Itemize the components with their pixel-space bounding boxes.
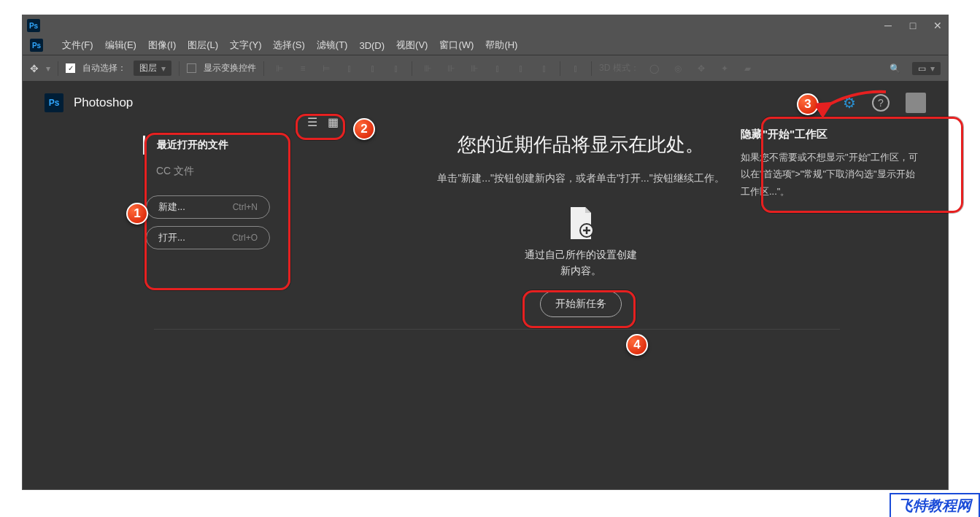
align-icon: ≡ xyxy=(295,61,311,77)
menubar: Ps 文件(F) 编辑(E) 图像(I) 图层(L) 文字(Y) 选择(S) 滤… xyxy=(23,36,948,55)
app-window: Ps ─ □ ✕ Ps 文件(F) 编辑(E) 图像(I) 图层(L) 文字(Y… xyxy=(22,15,949,490)
gear-icon[interactable]: ⚙ xyxy=(843,94,856,112)
show-transform-checkbox[interactable] xyxy=(187,63,196,73)
distribute-icon: ⊪ xyxy=(420,61,436,77)
info-text: 如果您不需要或不想显示"开始"工作区，可以在"首选项">"常规"下取消勾选"显示… xyxy=(741,149,922,200)
workspace-dropdown[interactable]: ▭▾ xyxy=(912,62,941,75)
sidebar: 最近打开的文件 CC 文件 新建...Ctrl+N 打开...Ctrl+O xyxy=(143,136,282,257)
auto-select-label: 自动选择： xyxy=(82,62,126,74)
distribute-icon: ⫿ xyxy=(490,61,506,77)
home-screen: Ps Photoshop ⚙ ? 最近打开的文件 CC 文件 新建...Ctrl… xyxy=(23,81,948,489)
align-icon: ⊨ xyxy=(318,61,334,77)
sidebar-cc-files[interactable]: CC 文件 xyxy=(143,162,282,181)
grid-view-icon[interactable]: ▦ xyxy=(323,114,342,130)
ps-logo-icon: Ps xyxy=(27,19,40,32)
3d-pan-icon: ✥ xyxy=(693,61,709,77)
new-document-icon xyxy=(568,207,594,239)
divider xyxy=(560,61,560,76)
view-toggle: ☰ ▦ xyxy=(303,114,342,130)
auto-select-checkbox[interactable]: ✓ xyxy=(66,63,75,73)
align-icon: ⫿ xyxy=(342,61,358,77)
show-transform-label: 显示变换控件 xyxy=(204,62,256,74)
help-icon[interactable]: ? xyxy=(872,94,890,112)
menu-help[interactable]: 帮助(H) xyxy=(485,39,517,52)
open-button[interactable]: 打开...Ctrl+O xyxy=(146,226,270,249)
menu-type[interactable]: 文字(Y) xyxy=(230,39,261,52)
3d-mode-label: 3D 模式： xyxy=(599,62,639,74)
distribute-icon: ⊪ xyxy=(443,61,459,77)
search-icon[interactable]: 🔍 xyxy=(890,63,900,74)
divider xyxy=(412,61,412,76)
desc-line1: 通过自己所作的设置创建 xyxy=(315,246,847,263)
auto-select-dropdown[interactable]: 图层▾ xyxy=(134,61,171,76)
menu-edit[interactable]: 编辑(E) xyxy=(105,39,136,52)
divider xyxy=(591,61,592,76)
distribute-icon: ⫿ xyxy=(513,61,529,77)
menu-file[interactable]: 文件(F) xyxy=(62,39,93,52)
app-name: Photoshop xyxy=(74,96,133,110)
divider-line xyxy=(154,329,840,330)
menu-view[interactable]: 视图(V) xyxy=(396,39,428,52)
avatar[interactable] xyxy=(906,93,926,113)
minimize-button[interactable]: ─ xyxy=(882,20,894,31)
info-panel: 隐藏"开始"工作区 如果您不需要或不想显示"开始"工作区，可以在"首选项">"常… xyxy=(729,117,933,210)
align-icon: ⊫ xyxy=(271,61,288,77)
divider xyxy=(263,61,264,76)
start-new-button[interactable]: 开始新任务 xyxy=(540,291,622,317)
distribute-icon: ⊪ xyxy=(466,61,482,77)
distribute-icon: ⫿ xyxy=(568,61,584,77)
menu-image[interactable]: 图像(I) xyxy=(148,39,176,52)
menu-select[interactable]: 选择(S) xyxy=(273,39,304,52)
titlebar: Ps ─ □ ✕ xyxy=(23,15,948,36)
align-icon: ⫿ xyxy=(365,61,381,77)
3d-orbit-icon: ◯ xyxy=(647,61,663,77)
move-tool-icon[interactable]: ✥ xyxy=(30,63,39,74)
3d-roll-icon: ◎ xyxy=(670,61,686,77)
options-bar: ✥ ▾ ✓ 自动选择： 图层▾ 显示变换控件 ⊫ ≡ ⊨ ⫿ ⫿ ⫿ ⊪ ⊪ ⊪… xyxy=(23,55,948,81)
menu-3d[interactable]: 3D(D) xyxy=(359,40,385,51)
new-button[interactable]: 新建...Ctrl+N xyxy=(146,195,270,219)
menu-filter[interactable]: 滤镜(T) xyxy=(317,39,348,52)
align-icon: ⫿ xyxy=(388,61,404,77)
ps-logo-small-icon: Ps xyxy=(30,39,43,52)
watermark: 飞特教程网 xyxy=(890,493,980,517)
menu-layer[interactable]: 图层(L) xyxy=(188,39,218,52)
menu-window[interactable]: 窗口(W) xyxy=(439,39,474,52)
3d-slide-icon: ✦ xyxy=(717,61,733,77)
window-controls: ─ □ ✕ xyxy=(882,20,944,31)
divider xyxy=(58,61,58,76)
list-view-icon[interactable]: ☰ xyxy=(303,114,322,130)
distribute-icon: ⫿ xyxy=(536,61,552,77)
maximize-button[interactable]: □ xyxy=(907,20,919,31)
info-title: 隐藏"开始"工作区 xyxy=(741,128,922,141)
3d-camera-icon: ▰ xyxy=(740,61,756,77)
desc-line2: 新内容。 xyxy=(315,263,847,279)
divider xyxy=(179,61,180,76)
ps-logo-icon: Ps xyxy=(45,93,63,112)
sidebar-recent-files[interactable]: 最近打开的文件 xyxy=(143,136,282,155)
close-button[interactable]: ✕ xyxy=(932,20,944,31)
